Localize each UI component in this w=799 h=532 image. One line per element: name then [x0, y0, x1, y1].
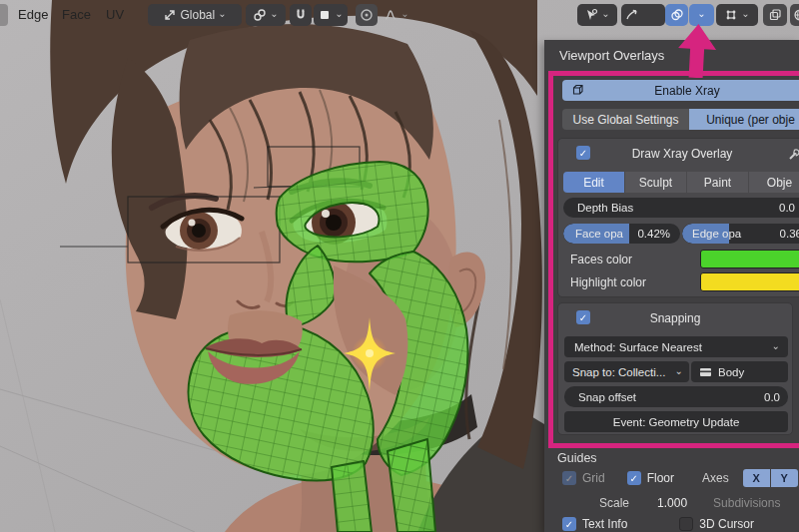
xray-scope-row: Use Global Settings Unique (per obje: [562, 109, 799, 130]
select-mode-uv[interactable]: UV: [106, 7, 124, 22]
snap-offset-slider[interactable]: Snap offset 0.0: [564, 386, 788, 407]
highlight-color-swatch[interactable]: [700, 272, 799, 291]
motion-paths-button[interactable]: [621, 4, 665, 26]
axes-label: Axes: [702, 471, 729, 485]
snap-event-dropdown[interactable]: Event: Geometry Update: [564, 411, 788, 432]
proportional-circle-icon: [360, 8, 374, 22]
cube-icon: [570, 83, 585, 98]
unique-per-object-button[interactable]: Unique (per obje: [689, 109, 799, 130]
snap-method-dropdown[interactable]: Method: Surface Nearest ⌄: [564, 336, 788, 357]
axis-x-toggle[interactable]: X: [743, 469, 770, 487]
toggle-xray-button[interactable]: [763, 4, 787, 26]
draw-xray-title: Draw Xray Overlay: [558, 147, 799, 161]
scale-value[interactable]: 1.000: [657, 496, 687, 510]
chevron-down-icon: ⌄: [270, 9, 278, 19]
select-mode-face[interactable]: Face: [62, 7, 91, 22]
snap-magnet-toggle[interactable]: [290, 4, 312, 26]
snapping-subpanel: ✓ Snapping Method: Surface Nearest ⌄ Sna…: [557, 302, 793, 435]
pointer-visibility-icon: [584, 8, 598, 22]
overlays-icon: [670, 8, 684, 22]
check-icon: ✓: [565, 473, 573, 484]
tab-object[interactable]: Obje: [749, 172, 799, 193]
xray-squares-icon: [768, 8, 782, 22]
guides-row-1: ✓ Grid ✓ Floor Axes X Y: [544, 469, 799, 487]
snap-target-dropdown[interactable]: ⌄: [246, 4, 286, 26]
xray-mode-tabs: Edit Sculpt Paint Obje: [563, 172, 799, 193]
object-visibility-dropdown[interactable]: ⌄: [577, 4, 617, 26]
highlight-color-row: Highlight color: [570, 272, 799, 291]
check-icon: ✓: [565, 519, 573, 530]
depth-bias-slider[interactable]: Depth Bias 0.0: [563, 198, 799, 218]
grid-checkbox[interactable]: ✓: [562, 471, 576, 485]
subdivisions-label: Subdivisions: [713, 496, 780, 510]
shading-wireframe-button[interactable]: [790, 4, 799, 26]
pivot-square-icon: [318, 8, 332, 22]
transform-orientation-dropdown[interactable]: Global ⌄: [148, 4, 242, 26]
cursor-label: 3D Cursor: [699, 517, 754, 531]
text-info-checkbox[interactable]: ✓: [562, 517, 576, 531]
viewport-overlays-panel: Viewport Overlays Enable Xray Use Global…: [544, 40, 799, 532]
floor-checkbox[interactable]: ✓: [627, 471, 641, 485]
wireframe-globe-icon: [793, 8, 799, 22]
axis-y-toggle[interactable]: Y: [771, 469, 798, 487]
wrench-icon[interactable]: [788, 148, 799, 161]
falloff-curve-icon: [384, 8, 398, 22]
snap-link-icon: [253, 8, 267, 22]
tab-edit[interactable]: Edit: [563, 172, 624, 193]
face-opacity-slider[interactable]: Face opa 0.42%: [563, 224, 680, 244]
edge-opacity-slider[interactable]: Edge opa 0.36: [682, 224, 799, 244]
chevron-down-icon: ⌄: [741, 9, 749, 19]
chevron-down-icon: ⌄: [601, 9, 609, 19]
overlays-dropdown[interactable]: ⌄: [689, 4, 714, 26]
magnet-icon: [294, 8, 308, 22]
show-overlays-toggle[interactable]: [665, 4, 688, 26]
draw-xray-subpanel: ✓ Draw Xray Overlay Edit Sculpt Paint Ob…: [557, 138, 799, 297]
cursor-checkbox[interactable]: [679, 517, 693, 531]
chevron-down-icon: ⌄: [697, 9, 705, 19]
orientation-axes-icon: [163, 8, 177, 22]
select-mode-edge[interactable]: Edge: [18, 7, 48, 22]
snapping-title: Snapping: [558, 311, 792, 325]
chevron-down-icon: ⌄: [335, 9, 343, 19]
tab-sculpt[interactable]: Sculpt: [625, 172, 686, 193]
faces-color-row: Faces color: [570, 250, 799, 268]
falloff-dropdown[interactable]: ⌄: [380, 4, 413, 26]
gizmo-icon: [724, 8, 738, 22]
use-global-settings-button[interactable]: Use Global Settings: [562, 109, 689, 130]
partial-button[interactable]: [0, 4, 8, 26]
gizmos-dropdown[interactable]: ⌄: [716, 4, 758, 26]
panel-title: Viewport Overlays: [559, 48, 664, 63]
guides-row-2: Scale 1.000 Subdivisions: [544, 496, 799, 510]
chevron-down-icon: ⌄: [400, 9, 408, 19]
snap-to-dropdown[interactable]: Snap to: Collecti... ⌄: [564, 361, 689, 382]
check-icon: ✓: [629, 473, 637, 484]
floor-label: Floor: [647, 471, 674, 485]
proportional-editing-toggle[interactable]: [356, 4, 378, 26]
snap-target-object[interactable]: Body: [691, 361, 788, 382]
viewport-header: Edge Face UV Global ⌄ ⌄ ⌄: [0, 0, 799, 30]
pivot-point-dropdown[interactable]: ⌄: [314, 4, 348, 26]
guides-title: Guides: [557, 451, 597, 465]
collection-box-icon: [699, 366, 712, 378]
chevron-down-icon: ⌄: [772, 341, 780, 351]
enable-xray-button[interactable]: Enable Xray: [562, 80, 799, 101]
faces-color-swatch[interactable]: [700, 250, 799, 268]
curve-arrow-icon: [625, 8, 639, 22]
grid-label: Grid: [582, 471, 605, 485]
text-info-label: Text Info: [582, 517, 627, 531]
tab-paint[interactable]: Paint: [687, 172, 748, 193]
chevron-down-icon: ⌄: [675, 366, 683, 376]
scale-label: Scale: [599, 496, 629, 510]
guides-row-3: ✓ Text Info 3D Cursor: [544, 517, 799, 531]
chevron-down-icon: ⌄: [218, 9, 226, 19]
